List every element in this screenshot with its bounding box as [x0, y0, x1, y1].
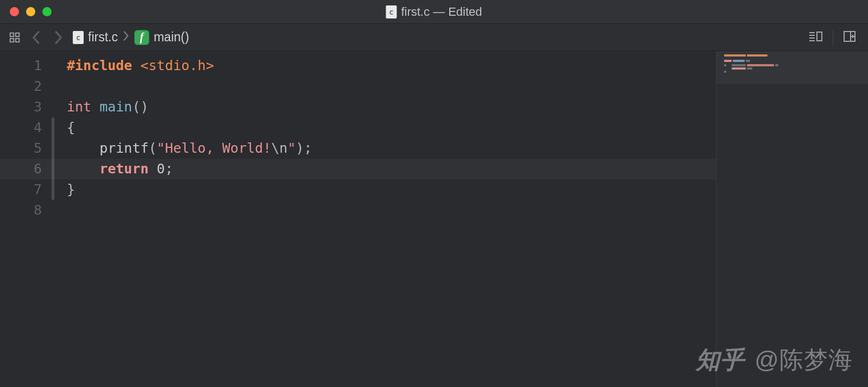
svg-rect-0 [10, 33, 14, 36]
line-number: 1 [0, 55, 42, 76]
watermark-author: @陈梦海 [754, 344, 853, 376]
svg-rect-2 [10, 38, 14, 41]
code-line[interactable]: printf("Hello, World!\n"); [67, 138, 716, 159]
line-number: 6 [0, 159, 42, 179]
line-number: 7 [0, 179, 42, 200]
line-number: 8 [0, 200, 42, 221]
code-line[interactable]: return 0; [67, 159, 716, 179]
nav-back-button[interactable] [27, 28, 46, 47]
window-minimize-button[interactable] [26, 7, 35, 16]
minimap[interactable] [716, 51, 868, 387]
zhihu-logo: 知乎 [696, 344, 745, 376]
toolbar: c first.c f main() [0, 24, 868, 51]
nav-forward-button[interactable] [49, 28, 67, 47]
editor-wrap: 12345678 #include <stdio.h>int main(){ p… [0, 51, 868, 387]
breadcrumb: c first.c f main() [73, 29, 189, 46]
svg-rect-1 [16, 33, 19, 36]
breadcrumb-file[interactable]: first.c [88, 30, 118, 45]
code-editor[interactable]: 12345678 #include <stdio.h>int main(){ p… [0, 51, 716, 387]
fold-bar [52, 51, 56, 387]
svg-rect-8 [817, 32, 822, 41]
line-number: 5 [0, 138, 42, 159]
code-line[interactable]: { [67, 117, 716, 138]
code-line[interactable]: #include <stdio.h> [67, 55, 716, 76]
traffic-lights [0, 7, 52, 16]
related-items-icon[interactable] [5, 28, 24, 47]
code-line[interactable] [67, 200, 716, 221]
chevron-right-icon [122, 29, 130, 46]
line-number: 4 [0, 117, 42, 138]
c-file-icon: c [73, 31, 84, 44]
svg-rect-3 [16, 38, 19, 41]
code-line[interactable] [67, 76, 716, 97]
toolbar-divider [833, 29, 833, 46]
watermark: 知乎 @陈梦海 [696, 344, 853, 376]
c-file-icon: c [386, 5, 397, 18]
function-badge-icon: f [134, 30, 149, 45]
line-number: 3 [0, 97, 42, 117]
window-close-button[interactable] [10, 7, 19, 16]
add-editor-icon[interactable] [843, 30, 856, 45]
code-area[interactable]: #include <stdio.h>int main(){ printf("He… [56, 51, 716, 387]
editor-layout-icon[interactable] [808, 30, 823, 45]
fold-region-indicator[interactable] [52, 117, 54, 200]
window-title: c first.c — Edited [386, 5, 482, 19]
code-line[interactable]: } [67, 179, 716, 200]
breadcrumb-symbol[interactable]: main() [154, 30, 189, 45]
line-number-gutter: 12345678 [0, 51, 52, 387]
line-number: 2 [0, 76, 42, 97]
window-zoom-button[interactable] [42, 7, 52, 16]
window-title-text: first.c — Edited [401, 5, 482, 19]
window-titlebar: c first.c — Edited [0, 0, 868, 24]
code-line[interactable]: int main() [67, 97, 716, 117]
